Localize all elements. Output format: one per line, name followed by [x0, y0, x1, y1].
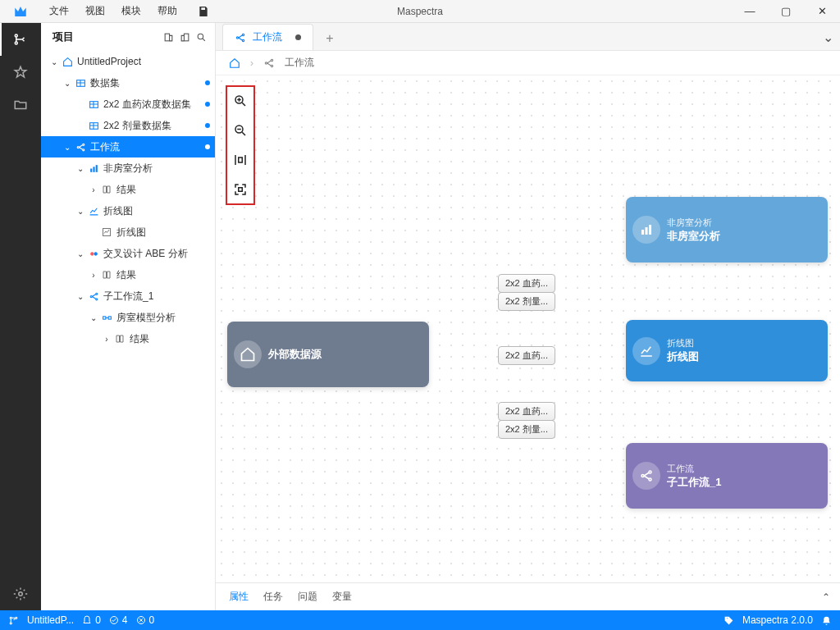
breadcrumb-workflow[interactable]: 工作流 — [285, 56, 314, 70]
bottom-panel-tabs: 属性 任务 问题 变量 ⌃ — [216, 582, 840, 610]
zoom-in-button[interactable] — [231, 92, 249, 110]
svg-rect-14 — [95, 165, 97, 172]
fit-screen-button[interactable] — [231, 180, 249, 199]
port-label[interactable]: 2x2 剂量... — [498, 292, 555, 311]
save-button[interactable] — [197, 5, 210, 18]
tree-nca[interactable]: ⌄非房室分析 — [41, 158, 215, 179]
svg-point-1 — [15, 42, 17, 44]
model-icon — [100, 313, 113, 323]
tree-project[interactable]: ⌄UntitledProject — [41, 51, 215, 72]
node-nca[interactable]: 非房室分析非房室分析 — [626, 197, 828, 262]
app-title: Maspectra — [397, 6, 443, 17]
status-version[interactable]: Maspectra 2.0.0 — [742, 614, 813, 626]
bell-icon[interactable] — [821, 615, 832, 626]
svg-point-26 — [265, 62, 267, 63]
zoom-tools — [226, 85, 255, 205]
svg-point-10 — [82, 144, 84, 145]
workflow-canvas[interactable]: 外部数据源 非房室分析非房室分析 折线图折线图 工作流子工作流_1 2x2 血药… — [216, 75, 840, 582]
status-counter-3[interactable]: 0 — [136, 614, 155, 626]
svg-point-18 — [90, 295, 92, 297]
svg-point-16 — [90, 252, 94, 255]
tree-workflow[interactable]: ⌄工作流 — [41, 136, 215, 158]
bottom-tab-issues[interactable]: 问题 — [298, 590, 317, 604]
svg-point-39 — [10, 622, 11, 623]
node-subworkflow[interactable]: 工作流子工作流_1 — [626, 443, 828, 509]
book-icon — [100, 270, 113, 280]
workflow-icon — [263, 57, 275, 69]
bottom-tab-variables[interactable]: 变量 — [332, 590, 352, 604]
svg-rect-3 — [165, 34, 169, 41]
tree-dataset-1[interactable]: 2x2 血药浓度数据集 — [41, 94, 215, 115]
status-project[interactable]: UntitledP... — [27, 614, 74, 626]
search-icon[interactable] — [194, 30, 208, 44]
port-label[interactable]: 2x2 血药... — [498, 402, 555, 421]
line-chart-icon — [87, 206, 100, 217]
window-minimize[interactable]: — — [732, 0, 768, 23]
tree-compartment[interactable]: ⌄房室模型分析 — [41, 307, 215, 328]
title-bar: 文件 视图 模块 帮助 Maspectra — ▢ ✕ — [0, 0, 840, 23]
activity-settings[interactable] — [0, 578, 41, 610]
svg-point-28 — [271, 65, 272, 66]
port-label[interactable]: 2x2 剂量... — [498, 420, 555, 439]
activity-files[interactable] — [0, 89, 41, 121]
home-icon[interactable] — [229, 57, 240, 69]
bottom-tab-attributes[interactable]: 属性 — [229, 590, 249, 604]
node-source[interactable]: 外部数据源 — [227, 322, 429, 387]
svg-point-19 — [95, 293, 97, 294]
tag-icon — [724, 615, 734, 626]
svg-point-0 — [15, 34, 17, 37]
tab-workflow[interactable]: 工作流 — [222, 24, 313, 50]
expand-icon[interactable] — [177, 30, 192, 44]
menu-help[interactable]: 帮助 — [149, 4, 185, 18]
fit-width-button[interactable] — [231, 151, 249, 169]
tree-nca-results[interactable]: ›结果 — [41, 179, 215, 200]
table-icon — [87, 99, 100, 110]
menu-file[interactable]: 文件 — [41, 4, 77, 18]
app-logo — [0, 4, 41, 19]
port-label[interactable]: 2x2 血药... — [498, 274, 555, 293]
chevron-up-icon[interactable]: ⌃ — [822, 591, 830, 603]
menu-module[interactable]: 模块 — [113, 4, 149, 18]
project-sidebar: 项目 ⌄UntitledProject ⌄数据集 2x2 血药浓度数据集 2x2… — [41, 23, 216, 610]
home-icon — [234, 340, 262, 368]
plot-icon — [100, 227, 113, 237]
tab-overflow[interactable]: ⌄ — [823, 30, 833, 45]
collapse-icon[interactable] — [161, 30, 176, 44]
activity-workflow[interactable] — [0, 23, 41, 56]
bottom-tab-tasks[interactable]: 任务 — [263, 590, 283, 604]
window-close[interactable]: ✕ — [804, 0, 840, 23]
tree-abe[interactable]: ⌄交叉设计 ABE 分析 — [41, 243, 215, 264]
tree-lineplot[interactable]: ⌄折线图 — [41, 200, 215, 221]
node-lineplot[interactable]: 折线图折线图 — [626, 320, 828, 381]
tree-compart-results[interactable]: ›结果 — [41, 328, 215, 349]
tree-lineplot-item[interactable]: 折线图 — [41, 221, 215, 243]
sidebar-title: 项目 — [52, 30, 74, 44]
tree-datasets[interactable]: ⌄数据集 — [41, 72, 215, 94]
port-label[interactable]: 2x2 血药... — [498, 346, 555, 365]
pills-icon — [87, 249, 100, 259]
svg-point-24 — [242, 34, 244, 35]
tree-abe-results[interactable]: ›结果 — [41, 264, 215, 285]
table-icon — [74, 78, 87, 89]
tree-dataset-2[interactable]: 2x2 剂量数据集 — [41, 115, 215, 136]
svg-point-27 — [271, 59, 272, 61]
activity-bar — [0, 23, 41, 610]
chevron-right-icon: › — [250, 57, 253, 69]
svg-point-40 — [16, 617, 17, 619]
svg-point-37 — [649, 478, 651, 481]
svg-rect-4 — [184, 34, 188, 41]
new-tab-button[interactable]: + — [318, 27, 341, 50]
tab-bar: 工作流 + ⌄ — [216, 23, 840, 51]
workflow-icon — [632, 462, 660, 490]
activity-favorites[interactable] — [0, 56, 41, 89]
menu-view[interactable]: 视图 — [77, 4, 113, 18]
svg-point-2 — [19, 592, 23, 596]
status-counter-1[interactable]: 0 — [82, 614, 101, 626]
zoom-out-button[interactable] — [231, 121, 249, 139]
branch-icon — [8, 615, 19, 626]
svg-point-25 — [242, 39, 244, 41]
status-counter-2[interactable]: 4 — [109, 614, 128, 626]
tree-subworkflow[interactable]: ⌄子工作流_1 — [41, 285, 215, 307]
svg-point-38 — [10, 617, 11, 619]
window-maximize[interactable]: ▢ — [768, 0, 804, 23]
